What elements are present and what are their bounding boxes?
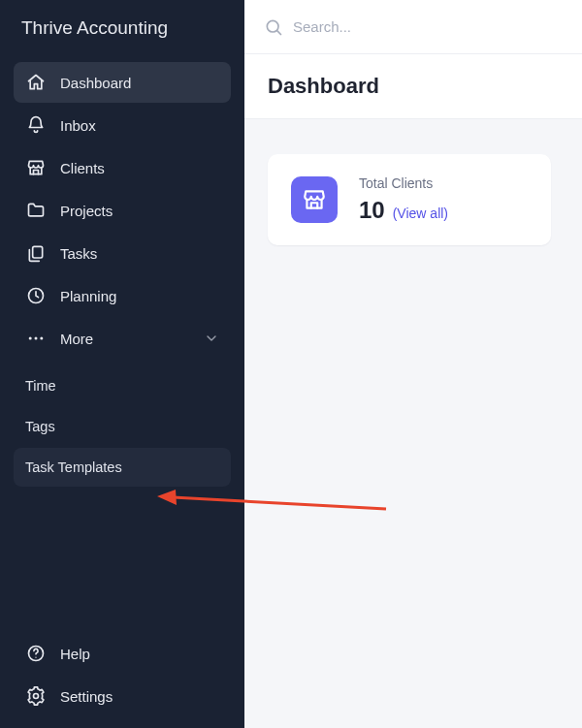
svg-point-6 — [35, 657, 36, 658]
folder-icon — [25, 200, 47, 221]
search-input[interactable] — [293, 18, 487, 35]
page-header: Dashboard — [244, 54, 582, 119]
sidebar-item-projects[interactable]: Projects — [14, 190, 231, 231]
sidebar-item-label: Projects — [60, 203, 219, 219]
sidebar-item-label: More — [60, 331, 190, 347]
search-icon — [264, 17, 283, 37]
card-label: Total Clients — [359, 175, 448, 191]
search-field[interactable] — [264, 17, 487, 37]
home-icon — [25, 72, 47, 93]
sidebar-item-label: Clients — [60, 160, 219, 176]
sidebar-item-help[interactable]: Help — [14, 633, 231, 674]
sidebar-item-label: Tasks — [60, 245, 219, 262]
sidebar-item-clients[interactable]: Clients — [14, 147, 231, 188]
svg-point-4 — [40, 337, 43, 340]
more-subnav: Time Tags Task Templates — [0, 359, 244, 487]
svg-point-2 — [29, 337, 32, 340]
clock-icon — [25, 285, 47, 306]
storefront-icon — [25, 157, 47, 178]
sidebar-subitem-time[interactable]: Time — [14, 366, 231, 405]
gear-icon — [25, 685, 47, 707]
card-body: Total Clients 10 (View all) — [359, 175, 448, 224]
sidebar-item-tasks[interactable]: Tasks — [14, 233, 231, 273]
page-content: Total Clients 10 (View all) — [244, 119, 582, 280]
total-clients-card: Total Clients 10 (View all) — [268, 154, 551, 245]
sidebar-bottom: Help Settings — [0, 633, 244, 728]
sidebar-subitem-task-templates[interactable]: Task Templates — [14, 448, 231, 487]
storefront-icon — [291, 176, 338, 223]
view-all-link[interactable]: (View all) — [393, 206, 448, 221]
bell-icon — [25, 114, 47, 136]
sidebar-item-settings[interactable]: Settings — [14, 676, 231, 716]
sidebar-item-label: Inbox — [60, 117, 219, 134]
sidebar-item-dashboard[interactable]: Dashboard — [14, 62, 231, 103]
svg-rect-0 — [33, 246, 43, 258]
sidebar: Thrive Accounting Dashboard Inbox Client… — [0, 0, 244, 728]
main-area: Dashboard Total Clients 10 (View all) — [244, 0, 582, 728]
sidebar-item-planning[interactable]: Planning — [14, 275, 231, 316]
page-title: Dashboard — [268, 74, 559, 99]
app-brand: Thrive Accounting — [0, 0, 244, 62]
sidebar-item-label: Settings — [60, 688, 219, 705]
ellipsis-icon — [25, 328, 47, 349]
topbar — [244, 0, 582, 54]
svg-point-3 — [35, 337, 38, 340]
primary-nav: Dashboard Inbox Clients Projects Tasks — [0, 62, 244, 359]
sidebar-item-more[interactable]: More — [14, 318, 231, 359]
chevron-down-icon — [204, 331, 219, 346]
svg-point-7 — [34, 694, 39, 699]
help-icon — [25, 643, 47, 664]
svg-point-8 — [267, 20, 278, 32]
card-value: 10 — [359, 197, 385, 224]
sidebar-item-label: Dashboard — [60, 75, 219, 91]
sidebar-item-label: Help — [60, 646, 219, 662]
sidebar-item-label: Planning — [60, 288, 219, 304]
sidebar-item-inbox[interactable]: Inbox — [14, 105, 231, 145]
copy-icon — [25, 242, 47, 264]
sidebar-subitem-tags[interactable]: Tags — [14, 407, 231, 446]
